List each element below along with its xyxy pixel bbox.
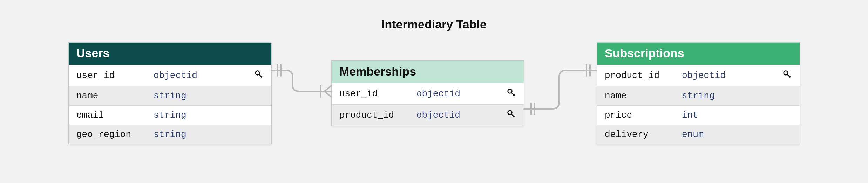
svg-line-16 [324,91,331,97]
table-row: name string [597,86,800,105]
column-name: name [76,91,154,101]
column-type: objectid [416,110,499,120]
column-type: enum [682,129,775,140]
table-row: delivery enum [597,125,800,144]
column-name: user_id [76,70,154,81]
column-name: delivery [605,129,682,140]
column-type: objectid [416,89,499,99]
column-name: email [76,110,154,120]
table-memberships: Memberships user_id objectid product_id … [331,60,524,126]
column-type: string [682,91,775,101]
column-name: name [605,91,682,101]
column-name: product_id [605,70,682,81]
column-type: int [682,110,775,120]
relationship-memberships-subscriptions [524,63,597,119]
table-header-memberships: Memberships [332,61,524,83]
column-type: string [154,129,247,140]
primary-key-icon [499,109,516,122]
column-name: user_id [339,89,416,99]
table-row: product_id objectid [332,104,524,126]
column-name: product_id [339,110,416,120]
primary-key-icon [775,69,792,82]
table-row: user_id objectid [332,83,524,104]
table-users: Users user_id objectid name string email… [68,42,272,144]
table-row: name string [69,86,271,105]
column-type: objectid [682,70,775,81]
primary-key-icon [499,87,516,100]
svg-point-0 [256,71,260,75]
relationship-users-memberships [272,63,331,105]
column-type: string [154,91,247,101]
column-name: geo_region [76,129,154,140]
column-type: string [154,110,247,120]
table-header-users: Users [69,43,271,65]
table-row: email string [69,105,271,125]
table-row: price int [597,105,800,125]
table-row: geo_region string [69,125,271,144]
svg-line-15 [324,86,331,91]
table-header-subscriptions: Subscriptions [597,43,800,65]
column-type: objectid [154,70,247,81]
column-name: price [605,110,682,120]
table-row: user_id objectid [69,65,271,86]
primary-key-icon [247,69,264,82]
svg-point-9 [784,71,788,75]
diagram-title: Intermediary Table [381,18,487,31]
table-row: product_id objectid [597,65,800,86]
table-subscriptions: Subscriptions product_id objectid name s… [597,42,800,144]
